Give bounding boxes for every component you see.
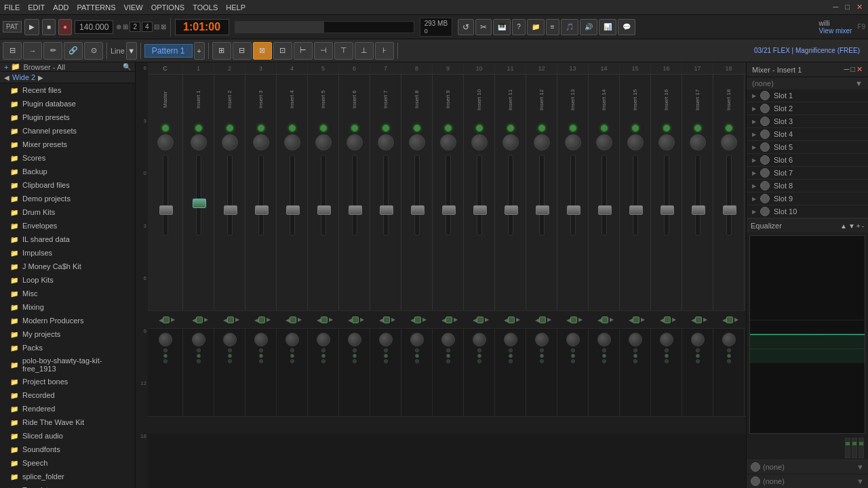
send-mid-11[interactable]	[508, 317, 515, 323]
mixer-button[interactable]: 🔊	[580, 19, 597, 35]
send-right-16[interactable]: ▶	[672, 317, 676, 323]
channel-fader-thumb-14[interactable]	[598, 205, 612, 215]
menu-options[interactable]: OPTIONS	[147, 2, 189, 13]
slot-expand-5[interactable]: ▶	[752, 144, 756, 150]
channel-fader-track-14[interactable]	[601, 155, 607, 236]
sidebar-item-mixing[interactable]: 📁Mixing	[0, 300, 135, 314]
send-left-16[interactable]: ◀	[657, 317, 663, 323]
sidebar-item-channel-presets[interactable]: 📁Channel presets	[0, 124, 135, 138]
pencil-btn[interactable]: ✏	[43, 42, 62, 60]
send-left-8[interactable]: ◀	[408, 317, 413, 323]
sidebar-item-loop-kits[interactable]: 📁Loop Kits	[0, 273, 135, 287]
eq-btn-1[interactable]: ▲	[840, 222, 847, 230]
send-mid-14[interactable]	[601, 317, 608, 323]
piano-button[interactable]: 🎵	[561, 19, 578, 35]
bottom-none-1[interactable]: (none)	[763, 463, 854, 471]
send-knob-3[interactable]	[254, 333, 268, 346]
slot-expand-7[interactable]: ▶	[752, 170, 756, 176]
bottom-none-2[interactable]: (none)	[763, 477, 854, 485]
send-left-5[interactable]: ◀	[314, 317, 319, 323]
view-mixer-link[interactable]: View mixer	[819, 27, 852, 35]
channel-strip-14[interactable]: Insert 14	[589, 75, 620, 310]
record-button[interactable]: ●	[58, 19, 72, 35]
bottom-arrow-2[interactable]: ▼	[856, 477, 864, 485]
sidebar-item-project-bones[interactable]: 📁Project bones	[0, 375, 135, 388]
channel-strip-4[interactable]: Insert 4	[277, 75, 308, 310]
channel-strip-18[interactable]: Insert 18	[713, 75, 745, 310]
sidebar-item-backup[interactable]: 📁Backup	[0, 165, 135, 178]
send-right-12[interactable]: ▶	[547, 317, 551, 323]
tb-btn-6[interactable]: ⊣	[314, 42, 333, 60]
insert-slot-10[interactable]: ▶Slot 10	[747, 205, 868, 218]
tb-btn-1[interactable]: ⊞	[212, 42, 231, 60]
send-knob-17[interactable]	[691, 333, 705, 346]
sidebar-item-demo-projects[interactable]: 📁Demo projects	[0, 192, 135, 205]
send-mid-4[interactable]	[290, 317, 296, 323]
channel-fader-track-15[interactable]	[633, 155, 638, 236]
slot-expand-6[interactable]: ▶	[752, 157, 756, 163]
sidebar-item-il-shared-data[interactable]: 📁IL shared data	[0, 232, 135, 246]
sidebar-item-mixer-presets[interactable]: 📁Mixer presets	[0, 138, 135, 151]
channel-fader-track-17[interactable]	[695, 155, 701, 236]
tb-btn-5[interactable]: ⊢	[294, 42, 313, 60]
channel-knob-17[interactable]	[690, 134, 706, 150]
sidebar-item-templates[interactable]: 📁Templates	[0, 483, 135, 488]
send-right-18[interactable]: ▶	[734, 317, 738, 323]
tb-btn-7[interactable]: ⊤	[334, 42, 353, 60]
send-left-10[interactable]: ◀	[470, 317, 475, 323]
channel-knob-9[interactable]	[440, 134, 456, 150]
channel-fader-track-13[interactable]	[570, 155, 576, 236]
tb-btn-2[interactable]: ⊟	[233, 42, 252, 60]
help-button[interactable]: ?	[512, 19, 526, 35]
send-right-10[interactable]: ▶	[485, 317, 489, 323]
channel-led-11[interactable]	[507, 125, 514, 131]
close-button[interactable]: ✕	[854, 3, 865, 12]
slot-expand-4[interactable]: ▶	[752, 131, 756, 138]
channel-led-6[interactable]	[351, 125, 358, 131]
channel-knob-0[interactable]	[157, 134, 174, 150]
send-left-1[interactable]: ◀	[189, 317, 195, 323]
send-knob-15[interactable]	[629, 333, 642, 346]
channel-strip-7[interactable]: Insert 7	[370, 75, 401, 310]
snap-btn[interactable]: →	[23, 42, 42, 60]
channel-knob-12[interactable]	[534, 134, 550, 150]
eq-btn-2[interactable]: ▼	[848, 222, 855, 230]
tb-btn-9[interactable]: ⊦	[375, 42, 394, 60]
channel-knob-14[interactable]	[596, 134, 612, 150]
insert-slot-4[interactable]: ▶Slot 4	[747, 128, 868, 141]
channel-knob-15[interactable]	[627, 134, 644, 150]
send-mid-15[interactable]	[633, 317, 639, 323]
channel-fader-track-0[interactable]	[163, 155, 168, 236]
sidebar-item-rendered[interactable]: 📁Rendered	[0, 402, 135, 415]
sidebar-item-drum-kits[interactable]: 📁Drum Kits	[0, 205, 135, 219]
slot-expand-3[interactable]: ▶	[752, 119, 756, 125]
channel-strip-5[interactable]: Insert 5	[308, 75, 339, 310]
send-mid-5[interactable]	[321, 317, 328, 323]
channel-knob-2[interactable]	[222, 134, 238, 150]
insert-close[interactable]: ✕	[856, 65, 863, 74]
insert-none-select[interactable]: (none) ▼	[747, 77, 868, 89]
line-dropdown[interactable]: ▼	[126, 42, 137, 60]
wide2-back-btn[interactable]: ◀	[4, 74, 9, 81]
sidebar-item-recorded[interactable]: 📁Recorded	[0, 388, 135, 402]
channel-strip-16[interactable]: Insert 16	[651, 75, 682, 310]
slot-expand-8[interactable]: ▶	[752, 183, 756, 189]
send-mid-1[interactable]	[196, 317, 203, 323]
send-left-15[interactable]: ◀	[626, 317, 631, 323]
slot-expand-1[interactable]: ▶	[752, 93, 756, 99]
channel-led-4[interactable]	[289, 125, 296, 131]
send-left-18[interactable]: ◀	[719, 317, 725, 323]
channel-strip-6[interactable]: Insert 6	[339, 75, 370, 310]
sidebar-item-packs[interactable]: 📁Packs	[0, 341, 135, 354]
channel-knob-6[interactable]	[347, 134, 363, 150]
cursor-btn[interactable]: ⊙	[84, 42, 103, 60]
send-knob-16[interactable]	[660, 333, 673, 346]
channel-fader-track-2[interactable]	[227, 155, 233, 236]
send-left-12[interactable]: ◀	[532, 317, 538, 323]
slot-expand-10[interactable]: ▶	[752, 209, 756, 215]
menu-tools[interactable]: TOOLS	[189, 2, 222, 13]
channel-led-10[interactable]	[476, 125, 483, 131]
channel-strip-10[interactable]: Insert 10	[464, 75, 495, 310]
channel-fader-thumb-8[interactable]	[411, 205, 425, 215]
send-right-15[interactable]: ▶	[641, 317, 645, 323]
